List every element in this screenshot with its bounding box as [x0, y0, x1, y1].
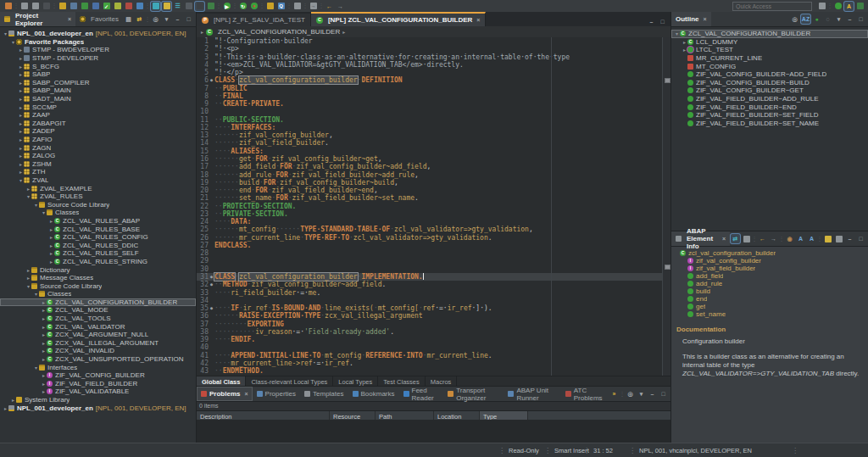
code-line[interactable]: 25······mt_config······TYPE·STANDARD·TAB… [197, 226, 670, 233]
font-smaller-icon[interactable]: A [807, 234, 816, 243]
code-line[interactable]: 17······add_field·FOR·zif_val_config_bui… [197, 163, 670, 170]
tab-transport-organizer[interactable]: Transport Organizer [443, 387, 504, 401]
fold-marker-icon[interactable]: ● [209, 281, 214, 288]
view-menu-icon[interactable]: ▾ [834, 14, 843, 24]
breadcrumb-label[interactable]: ZCL_VAL_CONFIGURATION_BUILDER [218, 28, 340, 36]
expander-collapsed-icon[interactable]: ▸ [48, 259, 54, 265]
expander-collapsed-icon[interactable]: ▸ [41, 324, 47, 330]
debug-perspective-icon[interactable] [855, 2, 865, 11]
code-line[interactable]: 1"!·Configuration·builder [197, 37, 670, 45]
code-line[interactable]: 39····ENDIF. [197, 336, 670, 343]
expander-collapsed-icon[interactable]: ▸ [682, 47, 687, 53]
tab-properties[interactable]: Properties [253, 387, 300, 401]
expander-collapsed-icon[interactable]: ▸ [41, 299, 47, 305]
profile-icon[interactable]: ● [249, 2, 259, 11]
tab-npl-z-fl-salv-ida-test[interactable]: P[NPL] Z_FL_SALV_IDA_TEST [197, 14, 311, 26]
tree-item[interactable]: ▾Classes [0, 290, 196, 298]
show-public-only-icon[interactable]: ● [812, 14, 821, 24]
code-line[interactable]: 19······build·FOR·zif_val_config_builder… [197, 179, 670, 187]
edit-documentation-icon[interactable] [823, 234, 832, 243]
copy-icon[interactable] [292, 2, 302, 11]
occurrence-marker[interactable] [665, 78, 670, 83]
tree-item[interactable]: ▾Interfaces [0, 363, 196, 371]
save-icon[interactable] [19, 2, 29, 11]
search-object-icon[interactable] [135, 2, 144, 11]
minimize-icon[interactable]: – [845, 14, 854, 24]
code-line[interactable]: 18······add_rule·FOR·zif_val_field_build… [197, 171, 670, 179]
fold-marker-icon[interactable]: ● [209, 76, 214, 84]
tree-item[interactable]: ▸STMP - DEVELOPER [0, 54, 196, 63]
expander-collapsed-icon[interactable]: ▸ [41, 332, 47, 337]
focus-icon[interactable]: ◎ [626, 389, 635, 398]
tree-item[interactable]: ZIF_VAL_CONFIG_BUILDER~ADD_FIELD [671, 70, 868, 79]
expander-collapsed-icon[interactable]: ▸ [18, 87, 24, 93]
tree-item[interactable]: ▸ZABAPGIT [0, 120, 196, 128]
expander-collapsed-icon[interactable]: ▸ [48, 234, 54, 240]
tree-item[interactable]: ▾CZCL_VAL_CONFIGURATION_BUILDER [671, 30, 868, 38]
tree-item[interactable]: ▾Source Code Library [0, 281, 196, 290]
run-configuration-icon[interactable] [80, 2, 89, 11]
collapse-all-icon[interactable]: ▤ [124, 14, 133, 24]
save-all-icon[interactable] [31, 2, 40, 11]
tab-abap-unit-runner[interactable]: ABAP Unit Runner [504, 387, 560, 401]
code-line[interactable]: 22··PROTECTED·SECTION. [197, 203, 670, 210]
minimize-icon[interactable]: – [647, 17, 656, 26]
tree-item[interactable]: ▾ZVAL [0, 176, 196, 185]
minimize-icon[interactable]: – [845, 234, 854, 243]
code-line[interactable]: 14······zif_val_field_builder. [197, 139, 670, 147]
tree-item[interactable]: ▸IZIF_VAL_CONFIG_BUILDER [0, 371, 196, 380]
expander-expanded-icon[interactable]: ▾ [3, 31, 8, 36]
tree-item[interactable]: ▸ZTH [0, 168, 196, 176]
close-icon[interactable]: × [244, 391, 248, 397]
edit-icon[interactable] [834, 234, 843, 243]
tree-item[interactable]: ▸Dictionary [0, 265, 196, 274]
expander-collapsed-icon[interactable]: ▸ [10, 397, 16, 403]
code-line[interactable]: 6●CLASS·zcl_val_configuration_builder·DE… [197, 76, 670, 84]
code-line[interactable]: 12····INTERFACES: [197, 124, 670, 131]
java-perspective-icon[interactable] [833, 2, 843, 11]
tree-item[interactable]: ▾Classes [0, 209, 196, 217]
activate-all-icon[interactable] [124, 2, 133, 11]
tree-item[interactable]: ▸CLCL_DUMMY [671, 38, 868, 47]
tree-item[interactable]: Izif_val_field_builder [671, 265, 868, 272]
tree-item[interactable]: MR_CURRENT_LINE [671, 54, 868, 63]
expander-collapsed-icon[interactable]: ▸ [18, 120, 24, 126]
activate-shield-icon[interactable] [91, 2, 100, 11]
tree-item[interactable]: ▸CZCL_VAL_RULES_DDIC [0, 241, 196, 249]
expander-collapsed-icon[interactable]: ▸ [41, 372, 47, 378]
expander-collapsed-icon[interactable]: ▸ [48, 242, 54, 248]
code-line[interactable]: 9··CREATE·PRIVATE. [197, 100, 670, 108]
tree-item[interactable]: ▸CZCX_VAL_ILLEGAL_ARGUMENT [0, 339, 196, 348]
code-line[interactable]: 15····ALIASES: [197, 148, 670, 155]
fold-marker-icon[interactable]: ● [209, 273, 214, 281]
tab-atc-problems[interactable]: ATC Problems [561, 387, 609, 401]
focus-icon[interactable]: ◎ [790, 14, 799, 24]
tree-item[interactable]: ▸IZIF_VAL_FIELD_BUILDER [0, 380, 196, 388]
maximize-icon[interactable]: □ [856, 14, 865, 24]
tree-item[interactable]: end [671, 295, 868, 303]
code-line[interactable]: 10 [197, 108, 670, 115]
code-line[interactable]: 16······get·FOR·zif_val_config_builder~g… [197, 155, 670, 163]
link-with-editor-icon[interactable]: ⇄ [135, 14, 144, 24]
view-menu-icon[interactable]: ▾ [637, 389, 646, 398]
tab-templates[interactable]: Templates [300, 387, 348, 401]
code-line[interactable]: 31●CLASS·zcl_val_configuration_builder·I… [197, 273, 670, 281]
code-line[interactable]: 21······set_name·FOR·zif_val_field_build… [197, 194, 670, 202]
back-icon[interactable]: ← [325, 2, 334, 11]
expander-collapsed-icon[interactable]: ▸ [18, 47, 24, 53]
expander-collapsed-icon[interactable]: ▸ [18, 137, 24, 142]
code-line[interactable]: 32●··METHOD·zif_val_config_builder~add_f… [197, 281, 670, 288]
tree-item[interactable]: ▸CZCL_VAL_MODE [0, 306, 196, 315]
tab-feed-reader[interactable]: Feed Reader [399, 387, 444, 401]
code-line[interactable]: 8··FINAL [197, 92, 670, 100]
code-line[interactable]: 11··PUBLIC·SECTION. [197, 116, 670, 124]
minimize-icon[interactable]: – [648, 389, 657, 398]
back-icon[interactable]: ← [758, 234, 767, 243]
tree-item[interactable]: MT_CONFIG [671, 62, 868, 70]
new-wizard-icon[interactable] [3, 2, 13, 11]
tree-item[interactable]: ▸LTCL_TEST [671, 46, 868, 54]
expander-collapsed-icon[interactable]: ▸ [18, 64, 24, 70]
tree-item[interactable]: ▸SABP_COMPILER [0, 79, 196, 87]
problems-table-body[interactable] [197, 420, 670, 443]
expander-collapsed-icon[interactable]: ▸ [18, 55, 24, 61]
